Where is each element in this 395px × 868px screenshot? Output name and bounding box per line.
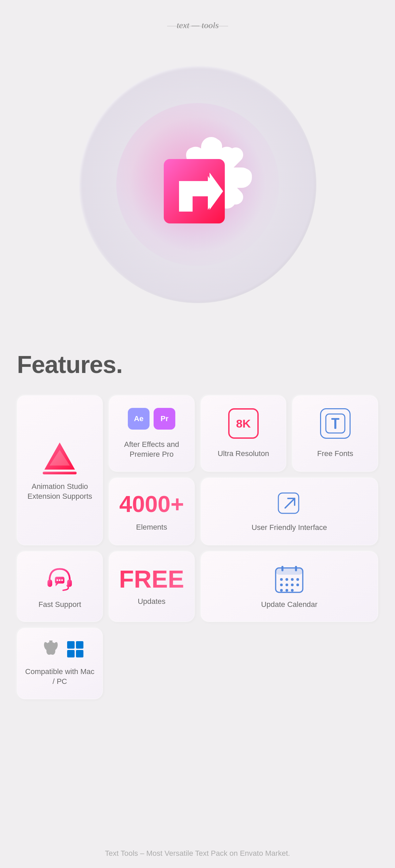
svg-rect-18 — [43, 472, 77, 474]
svg-point-46 — [291, 589, 294, 592]
animation-studio-icon — [39, 439, 80, 476]
svg-point-38 — [291, 578, 294, 581]
card-ae-pr: Ae Pr After Effects and Premiere Pro — [109, 395, 195, 472]
card-update-calendar: Update Calendar — [201, 551, 378, 622]
hero-logo-svg — [120, 106, 276, 262]
svg-rect-33 — [276, 568, 303, 575]
badge-premiere-pro: Pr — [154, 408, 175, 430]
svg-rect-50 — [67, 650, 75, 657]
ae-pr-label: After Effects and Premiere Pro — [116, 440, 187, 459]
svg-rect-22 — [334, 418, 336, 429]
svg-rect-25 — [47, 579, 52, 587]
card-elements: 4000+ Elements — [109, 478, 195, 545]
updates-label: Updates — [138, 597, 165, 607]
platform-icons — [35, 640, 84, 658]
calendar-icon — [274, 564, 304, 594]
update-calendar-label: Update Calendar — [261, 600, 317, 610]
svg-point-40 — [280, 584, 283, 586]
fast-support-label: Fast Support — [38, 600, 81, 610]
elements-label: Elements — [136, 522, 167, 532]
user-friendly-icon — [276, 490, 303, 517]
footer-text: Text Tools – Most Versatile Text Pack on… — [105, 849, 290, 857]
features-title: Features. — [17, 351, 378, 378]
svg-point-37 — [285, 578, 288, 581]
svg-point-41 — [285, 584, 288, 586]
svg-rect-49 — [76, 641, 83, 649]
card-mac-pc: Compatible with Mac / PC — [17, 628, 103, 699]
svg-point-44 — [280, 589, 283, 592]
card-fast-support: Fast Support — [17, 551, 103, 622]
hero-circle-outer — [79, 66, 316, 303]
card-user-friendly: User Friendly Interface — [201, 478, 378, 545]
card-free-updates: FREE Updates — [109, 551, 195, 622]
card-animation-studio: Animation Studio Extension Supports — [17, 395, 103, 545]
free-updates-text: FREE — [119, 567, 184, 591]
svg-rect-51 — [76, 650, 83, 657]
svg-rect-34 — [281, 566, 283, 571]
apple-icon-svg — [42, 640, 60, 658]
badge-8k: 8K — [228, 408, 259, 439]
svg-rect-35 — [295, 566, 297, 571]
badge-free-fonts-t — [320, 408, 351, 439]
features-section: Features. Animation Studio Extension S — [0, 351, 395, 699]
ultra-res-label: Ultra Resoluton — [218, 449, 269, 459]
svg-point-29 — [59, 579, 61, 581]
svg-point-42 — [291, 584, 294, 586]
card-ultra-res: 8K Ultra Resoluton — [201, 395, 287, 472]
hero-section — [0, 45, 395, 344]
svg-text:text — tools: text — tools — [176, 20, 218, 30]
svg-point-28 — [57, 579, 58, 581]
svg-marker-31 — [56, 584, 58, 586]
mac-pc-label: Compatible with Mac / PC — [24, 667, 96, 686]
free-fonts-label: Free Fonts — [317, 449, 353, 459]
svg-line-24 — [285, 498, 295, 508]
app-badges: Ae Pr — [128, 408, 175, 430]
svg-rect-23 — [278, 493, 299, 513]
user-friendly-label: User Friendly Interface — [252, 523, 327, 533]
footer: Text Tools – Most Versatile Text Pack on… — [95, 839, 300, 868]
svg-point-30 — [61, 579, 63, 581]
fast-support-icon — [43, 564, 77, 594]
card-free-fonts: Free Fonts — [292, 395, 378, 472]
svg-point-43 — [296, 584, 299, 586]
svg-rect-48 — [67, 641, 75, 649]
windows-icon-svg — [66, 640, 84, 658]
svg-point-39 — [296, 578, 299, 581]
hero-circle-inner — [116, 103, 279, 266]
features-grid: Animation Studio Extension Supports Ae P… — [17, 395, 378, 699]
elements-count: 4000+ — [119, 491, 184, 517]
logo-area: text — tools — [164, 19, 232, 35]
logo-svg: text — tools — [164, 19, 232, 34]
badge-after-effects: Ae — [128, 408, 150, 430]
svg-point-45 — [285, 589, 288, 592]
svg-point-36 — [280, 578, 283, 581]
animation-studio-label: Animation Studio Extension Supports — [27, 482, 92, 501]
t-icon-svg — [325, 413, 345, 434]
